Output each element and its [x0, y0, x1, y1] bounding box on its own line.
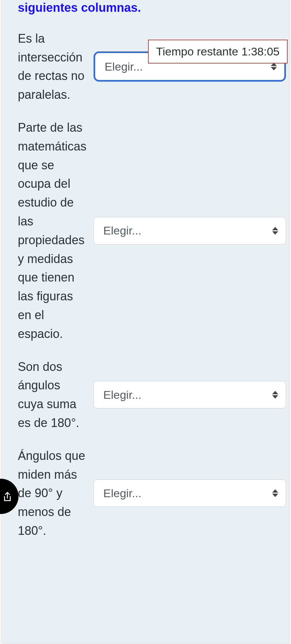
question-prompt-text: Es la intersección de rectas no paralela…	[18, 29, 88, 104]
question-control: Elegir...	[94, 381, 289, 409]
chevron-up-icon	[272, 391, 278, 394]
select-sort-icon	[272, 391, 278, 399]
question-control: Elegir...	[94, 479, 289, 507]
select-sort-icon	[272, 489, 278, 497]
instruction-text: siguientes columnas.	[2, 0, 289, 29]
quiz-card: siguientes columnas. Es la intersección …	[1, 0, 290, 644]
question-control: Elegir...	[94, 217, 289, 245]
select-sort-icon	[272, 227, 278, 234]
question-prompt-text: Parte de las matemáticas que se ocupa de…	[18, 118, 88, 343]
select-sort-icon	[271, 63, 277, 71]
question-prompt: Es la intersección de rectas no paralela…	[18, 29, 94, 104]
question-rows: Es la intersección de rectas no paralela…	[2, 29, 289, 540]
chevron-down-icon	[272, 231, 278, 234]
question-prompt-text: Son dos ángulos cuya suma es de 180°.	[18, 357, 88, 432]
question-prompt: Son dos ángulos cuya suma es de 180°.	[18, 357, 94, 432]
chevron-down-icon	[272, 494, 278, 497]
answer-select-2[interactable]: Elegir...	[94, 217, 286, 245]
question-row-4: Ángulos que miden más de 90° y menos de …	[18, 446, 289, 540]
select-placeholder: Elegir...	[103, 487, 141, 500]
question-row-2: Parte de las matemáticas que se ocupa de…	[18, 118, 289, 343]
chevron-down-icon	[272, 395, 278, 399]
question-prompt-text: Ángulos que miden más de 90° y menos de …	[18, 446, 88, 540]
question-row-3: Son dos ángulos cuya suma es de 180°. El…	[18, 357, 289, 432]
question-prompt: Ángulos que miden más de 90° y menos de …	[18, 446, 94, 540]
chevron-up-icon	[272, 227, 278, 230]
share-icon	[2, 491, 12, 502]
chevron-down-icon	[271, 67, 277, 71]
select-placeholder: Elegir...	[103, 224, 141, 237]
question-prompt: Parte de las matemáticas que se ocupa de…	[18, 118, 94, 343]
timer-text: Tiempo restante 1:38:05	[156, 45, 280, 58]
select-placeholder: Elegir...	[103, 388, 141, 401]
select-placeholder: Elegir...	[105, 60, 143, 73]
chevron-up-icon	[272, 489, 278, 493]
answer-select-3[interactable]: Elegir...	[94, 381, 286, 409]
timer-box: Tiempo restante 1:38:05	[148, 40, 288, 63]
answer-select-4[interactable]: Elegir...	[94, 479, 286, 507]
